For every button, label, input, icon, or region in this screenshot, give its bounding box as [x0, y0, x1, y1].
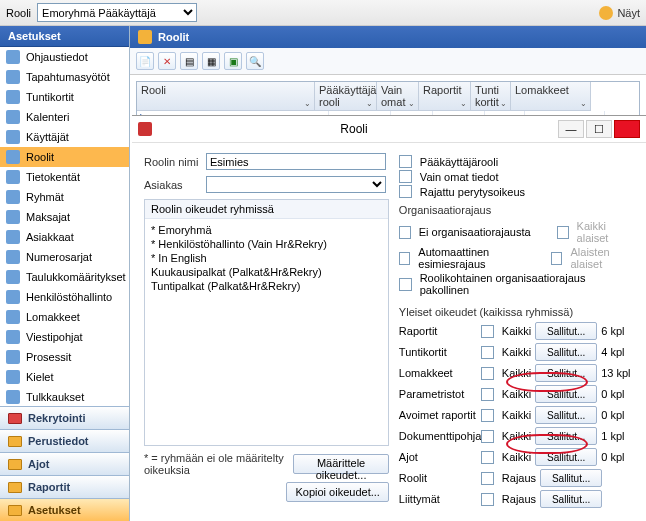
- sidebar-item-0[interactable]: Ohjaustiedot: [0, 47, 129, 67]
- sidebar-item-3[interactable]: Kalenteri: [0, 107, 129, 127]
- col-header-2[interactable]: Vain omat⌄: [377, 82, 419, 111]
- new-button[interactable]: 📄: [136, 52, 154, 70]
- sidebar-item-1[interactable]: Tapahtumasyötöt: [0, 67, 129, 87]
- perm-label: Dokumenttipohjat: [399, 430, 477, 442]
- group-item-4[interactable]: Tuntipalkat (Palkat&Hr&Rekry): [151, 279, 382, 293]
- allowed-button[interactable]: Sallitut...: [535, 322, 597, 340]
- tab-label: Perustiedot: [28, 435, 89, 447]
- sidebar-item-17[interactable]: Tulkkaukset: [0, 387, 129, 406]
- inherit-checkbox[interactable]: [399, 185, 412, 198]
- perm-row-2: LomakkeetKaikkiSallitut...13 kpl: [399, 364, 634, 382]
- bottom-tab-0[interactable]: Rekrytointi: [0, 406, 129, 429]
- allowed-button[interactable]: Sallitut...: [535, 385, 597, 403]
- col-header-1[interactable]: Pääkäyttäjä rooli⌄: [315, 82, 377, 111]
- top-toolbar: Rooli Emoryhmä Pääkäyttäjä Näyt: [0, 0, 646, 26]
- maximize-button[interactable]: ☐: [586, 120, 612, 138]
- allowed-button[interactable]: Sallitut...: [535, 427, 597, 445]
- all-label: Kaikki: [502, 325, 531, 337]
- org-role-label: Roolikohtainen organisaatiorajaus pakoll…: [420, 272, 634, 296]
- sidebar-item-14[interactable]: Viestipohjat: [0, 327, 129, 347]
- group-item-3[interactable]: Kuukausipalkat (Palkat&Hr&Rekry): [151, 265, 382, 279]
- col-header-5[interactable]: Lomakkeet⌄: [511, 82, 591, 111]
- allowed-button[interactable]: Sallitut...: [535, 406, 597, 424]
- own-checkbox[interactable]: [399, 170, 412, 183]
- sidebar-item-16[interactable]: Kielet: [0, 367, 129, 387]
- perm-row-0: RaportitKaikkiSallitut...6 kpl: [399, 322, 634, 340]
- sidebar-item-7[interactable]: Ryhmät: [0, 187, 129, 207]
- perm-row-6: AjotKaikkiSallitut...0 kpl: [399, 448, 634, 466]
- role-name-input[interactable]: [206, 153, 386, 170]
- nav-label: Numerosarjat: [26, 251, 92, 263]
- grid-button[interactable]: ▦: [202, 52, 220, 70]
- define-rights-button[interactable]: Määrittele oikeudet...: [293, 454, 389, 474]
- bottom-tab-1[interactable]: Perustiedot: [0, 429, 129, 452]
- org-role-checkbox[interactable]: [399, 278, 412, 291]
- nav-icon: [6, 390, 20, 404]
- nav-icon: [6, 50, 20, 64]
- sidebar-item-11[interactable]: Taulukkomääritykset: [0, 267, 129, 287]
- extra-checkbox[interactable]: [481, 472, 494, 485]
- allowed-button[interactable]: Sallitut...: [535, 448, 597, 466]
- nav-icon: [6, 350, 20, 364]
- bottom-tab-4[interactable]: Asetukset: [0, 498, 129, 521]
- list-button[interactable]: ▤: [180, 52, 198, 70]
- perm-all-checkbox[interactable]: [481, 409, 494, 422]
- bottom-tab-2[interactable]: Ajot: [0, 452, 129, 475]
- perm-all-checkbox[interactable]: [481, 325, 494, 338]
- all-label: Kaikki: [502, 367, 531, 379]
- nav-icon: [6, 330, 20, 344]
- search-button[interactable]: 🔍: [246, 52, 264, 70]
- group-item-2[interactable]: * In English: [151, 251, 382, 265]
- perm-all-checkbox[interactable]: [481, 430, 494, 443]
- role-select[interactable]: Emoryhmä Pääkäyttäjä: [37, 3, 197, 22]
- group-item-1[interactable]: * Henkilöstöhallinto (Vain Hr&Rekry): [151, 237, 382, 251]
- sidebar-item-5[interactable]: Roolit: [0, 147, 129, 167]
- sidebar-item-12[interactable]: Henkilöstöhallinto: [0, 287, 129, 307]
- sidebar-item-8[interactable]: Maksajat: [0, 207, 129, 227]
- admin-checkbox[interactable]: [399, 155, 412, 168]
- org-auto-checkbox[interactable]: [399, 252, 410, 265]
- role-label: Rooli: [6, 7, 31, 19]
- tab-label: Asetukset: [28, 504, 81, 516]
- folder-icon: [8, 413, 22, 424]
- group-item-0[interactable]: * Emoryhmä: [151, 223, 382, 237]
- allowed-button[interactable]: Sallitut...: [540, 490, 602, 508]
- org-none-checkbox[interactable]: [399, 226, 411, 239]
- perm-all-checkbox[interactable]: [481, 367, 494, 380]
- allowed-button[interactable]: Sallitut...: [535, 343, 597, 361]
- perm-all-checkbox[interactable]: [481, 346, 494, 359]
- bottom-tab-3[interactable]: Raportit: [0, 475, 129, 498]
- content-toolbar: 📄 ✕ ▤ ▦ ▣ 🔍: [130, 48, 646, 75]
- sidebar-item-15[interactable]: Prosessit: [0, 347, 129, 367]
- copy-rights-button[interactable]: Kopioi oikeudet...: [286, 482, 388, 502]
- all-label: Kaikki: [502, 409, 531, 421]
- sidebar-item-13[interactable]: Lomakkeet: [0, 307, 129, 327]
- rajaus-label: Rajaus: [502, 493, 536, 505]
- nav-label: Käyttäjät: [26, 131, 69, 143]
- export-button[interactable]: ▣: [224, 52, 242, 70]
- sidebar-item-2[interactable]: Tuntikortit: [0, 87, 129, 107]
- sidebar-item-4[interactable]: Käyttäjät: [0, 127, 129, 147]
- folder-icon: [8, 436, 22, 447]
- sidebar-item-10[interactable]: Numerosarjat: [0, 247, 129, 267]
- perm-all-checkbox[interactable]: [481, 451, 494, 464]
- nav-label: Tulkkaukset: [26, 391, 84, 403]
- close-button[interactable]: [614, 120, 640, 138]
- col-header-4[interactable]: Tunti kortit⌄: [471, 82, 511, 111]
- nav-icon: [6, 210, 20, 224]
- sidebar-item-9[interactable]: Asiakkaat: [0, 227, 129, 247]
- perm-all-checkbox[interactable]: [481, 388, 494, 401]
- col-header-0[interactable]: Rooli⌄: [137, 82, 315, 111]
- nav-icon: [6, 90, 20, 104]
- dialog-titlebar: Rooli — ☐: [132, 116, 646, 143]
- sidebar-item-6[interactable]: Tietokentät: [0, 167, 129, 187]
- extra-checkbox[interactable]: [481, 493, 494, 506]
- allowed-button[interactable]: Sallitut...: [540, 469, 602, 487]
- group-list[interactable]: * Emoryhmä* Henkilöstöhallinto (Vain Hr&…: [145, 219, 388, 445]
- minimize-button[interactable]: —: [558, 120, 584, 138]
- nav-list: OhjaustiedotTapahtumasyötötTuntikortitKa…: [0, 47, 129, 406]
- col-header-3[interactable]: Raportit⌄: [419, 82, 471, 111]
- client-select[interactable]: [206, 176, 386, 193]
- allowed-button[interactable]: Sallitut...: [535, 364, 597, 382]
- delete-button[interactable]: ✕: [158, 52, 176, 70]
